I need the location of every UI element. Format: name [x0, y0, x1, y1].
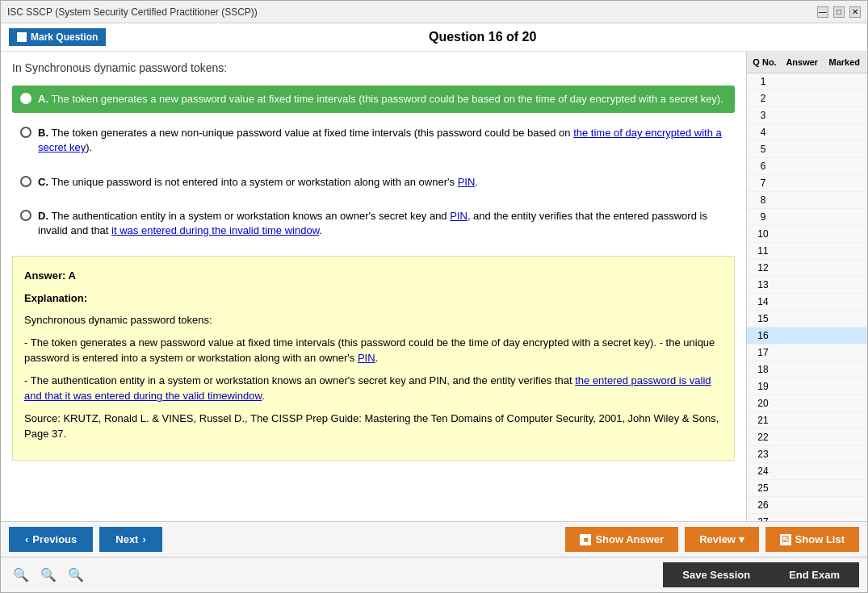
sidebar-cell-marked [824, 345, 868, 361]
sidebar-cell-answer [779, 412, 824, 428]
sidebar-cell-qno: 23 [747, 446, 779, 462]
sidebar-col-qno: Q No. [748, 55, 781, 69]
sidebar-cell-qno: 9 [747, 209, 779, 225]
sidebar-cell-qno: 1 [747, 73, 779, 90]
bottom-bar-2: 🔍 🔍 🔍 Save Session End Exam [1, 557, 867, 592]
save-session-label: Save Session [682, 569, 750, 581]
sidebar-cell-marked [824, 328, 868, 344]
sidebar-row[interactable]: 6 [747, 158, 867, 175]
option-c[interactable]: C. The unique password is not entered in… [12, 169, 735, 196]
sidebar-row[interactable]: 9 [747, 209, 867, 226]
sidebar-row[interactable]: 7 [747, 175, 867, 192]
sidebar-row[interactable]: 16 [747, 328, 867, 345]
show-answer-label: Show Answer [595, 533, 664, 545]
sidebar-rows: 1 2 3 4 5 6 7 8 [747, 73, 867, 521]
review-button[interactable]: Review ▾ [685, 527, 758, 552]
sidebar-cell-answer [779, 175, 824, 191]
sidebar-row[interactable]: 8 [747, 192, 867, 209]
option-c-text: C. The unique password is not entered in… [38, 175, 478, 190]
sidebar-row[interactable]: 18 [747, 361, 867, 378]
sidebar-row[interactable]: 13 [747, 277, 867, 294]
zoom-normal-button[interactable]: 🔍 [36, 566, 61, 584]
explanation-text: Synchronous dynamic password tokens: [24, 312, 723, 328]
question-title: Question 16 of 20 [106, 30, 859, 44]
sidebar-row[interactable]: 27 [747, 514, 867, 521]
sidebar-cell-qno: 11 [747, 243, 779, 259]
sidebar-cell-qno: 4 [747, 124, 779, 140]
sidebar-cell-answer [779, 395, 824, 411]
sidebar-cell-answer [779, 192, 824, 208]
bookmark-icon: ■ [17, 32, 27, 42]
sidebar-cell-qno: 3 [747, 107, 779, 123]
option-a-text: A. The token generates a new password va… [38, 92, 723, 106]
sidebar-cell-answer [779, 141, 824, 157]
sidebar-row[interactable]: 1 [747, 73, 867, 90]
mark-question-button[interactable]: ■ Mark Question [9, 28, 106, 46]
sidebar-cell-marked [824, 277, 868, 293]
zoom-controls: 🔍 🔍 🔍 [9, 566, 88, 584]
sidebar-row[interactable]: 17 [747, 345, 867, 361]
option-b[interactable]: B. The token generates a new non-unique … [12, 119, 735, 161]
next-label: Next [115, 533, 138, 545]
sidebar-cell-answer [779, 277, 824, 293]
option-a-radio [20, 93, 31, 104]
sidebar-cell-answer [779, 107, 824, 123]
show-answer-checkbox-icon: ■ [580, 534, 591, 545]
sidebar-cell-qno: 6 [747, 158, 779, 174]
show-answer-button[interactable]: ■ Show Answer [565, 527, 678, 552]
sidebar-cell-qno: 16 [747, 328, 779, 344]
sidebar-cell-qno: 15 [747, 311, 779, 327]
sidebar-row[interactable]: 20 [747, 395, 867, 412]
sidebar-row[interactable]: 22 [747, 429, 867, 446]
option-d-text: D. The authentication entity in a system… [38, 209, 727, 238]
sidebar-cell-qno: 24 [747, 463, 779, 479]
option-a[interactable]: A. The token generates a new password va… [12, 86, 735, 113]
end-exam-button[interactable]: End Exam [769, 562, 859, 587]
sidebar-cell-marked [824, 446, 868, 462]
save-session-button[interactable]: Save Session [663, 562, 769, 587]
next-button[interactable]: Next › [99, 527, 162, 552]
sidebar-row[interactable]: 4 [747, 124, 867, 141]
show-list-button[interactable]: ☑ Show List [765, 527, 859, 552]
sidebar-row[interactable]: 14 [747, 294, 867, 311]
sidebar-cell-qno: 14 [747, 294, 779, 310]
sidebar-row[interactable]: 3 [747, 107, 867, 124]
zoom-out-button[interactable]: 🔍 [9, 566, 33, 584]
previous-label: Previous [32, 533, 77, 545]
sidebar-row[interactable]: 19 [747, 378, 867, 395]
sidebar-row[interactable]: 2 [747, 90, 867, 107]
sidebar-row[interactable]: 24 [747, 463, 867, 480]
minimize-button[interactable]: — [817, 6, 828, 18]
sidebar-row[interactable]: 26 [747, 497, 867, 514]
sidebar-row[interactable]: 10 [747, 226, 867, 243]
sidebar-row[interactable]: 21 [747, 412, 867, 429]
zoom-in-button[interactable]: 🔍 [64, 566, 88, 584]
sidebar-cell-answer [779, 158, 824, 174]
sidebar-cell-answer [779, 328, 824, 344]
sidebar-cell-answer [779, 243, 824, 259]
sidebar-cell-answer [779, 124, 824, 140]
review-label: Review [699, 533, 736, 545]
sidebar-cell-answer [779, 497, 824, 513]
prev-arrow-icon: ‹ [25, 533, 28, 545]
sidebar-row[interactable]: 5 [747, 141, 867, 158]
option-d-radio [20, 210, 31, 221]
sidebar-row[interactable]: 15 [747, 311, 867, 328]
sidebar-row[interactable]: 23 [747, 446, 867, 463]
sidebar-cell-answer [779, 209, 824, 225]
sidebar-cell-marked [824, 361, 868, 378]
option-d[interactable]: D. The authentication entity in a system… [12, 203, 735, 244]
previous-button[interactable]: ‹ Previous [9, 527, 93, 552]
sidebar-cell-qno: 2 [747, 90, 779, 106]
sidebar-cell-answer [779, 480, 824, 496]
sidebar-cell-qno: 19 [747, 378, 779, 395]
sidebar-row[interactable]: 12 [747, 260, 867, 277]
sidebar-row[interactable]: 11 [747, 243, 867, 260]
sidebar-cell-answer [779, 463, 824, 479]
sidebar-row[interactable]: 25 [747, 480, 867, 497]
maximize-button[interactable]: □ [833, 6, 845, 18]
sidebar-cell-marked [824, 395, 868, 411]
sidebar-cell-marked [824, 429, 868, 445]
option-c-radio [20, 176, 31, 187]
close-button[interactable]: ✕ [849, 6, 861, 18]
